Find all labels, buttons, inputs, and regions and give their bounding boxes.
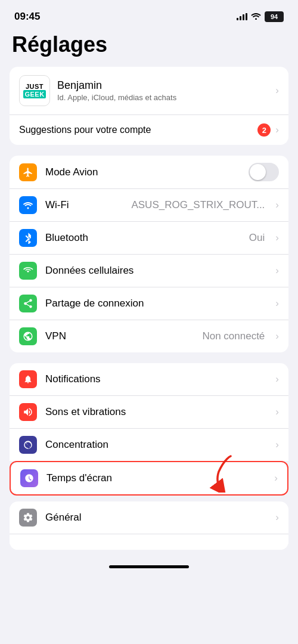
row-bluetooth[interactable]: Bluetooth Oui › [10,221,288,254]
avion-icon [19,163,37,181]
bluetooth-value: Oui [249,232,265,244]
partage-chevron-icon: › [275,298,279,309]
suggestion-badge: 2 [257,123,271,137]
avion-toggle[interactable] [249,163,279,181]
bluetooth-label: Bluetooth [45,232,241,244]
signal-bars-icon [237,13,247,20]
bluetooth-chevron-icon: › [275,232,279,244]
account-chevron-icon: › [275,85,279,97]
wifi-chevron-icon: › [275,199,279,211]
network-card: Mode Avion Wi-Fi ASUS_ROG_STRIX_ROUT... … [10,156,288,352]
account-name: Benjamin [57,79,268,92]
cellulaires-chevron-icon: › [275,265,279,277]
cellulaires-icon [19,262,37,280]
vpn-icon [19,327,37,345]
wifi-label: Wi-Fi [45,199,123,211]
general-partial-bottom [10,534,288,550]
vpn-value: Non connecté [202,330,265,342]
wifi-status-icon [251,12,261,21]
concentration-label: Concentration [45,439,267,451]
account-row[interactable]: JUST GEEK Benjamin Id. Apple, iCloud, mé… [10,67,288,114]
logo-geek: GEEK [23,90,45,98]
suggestion-row[interactable]: Suggestions pour votre compte 2 › [10,114,288,145]
red-arrow-icon [208,454,241,493]
avion-label: Mode Avion [45,166,240,178]
row-cellulaires[interactable]: Données cellulaires › [10,254,288,287]
status-bar: 09:45 94 [0,0,298,26]
row-concentration[interactable]: Concentration › [10,428,288,461]
account-card: JUST GEEK Benjamin Id. Apple, iCloud, mé… [10,67,288,145]
notif-chevron-icon: › [275,373,279,385]
general-label: Général [45,512,267,524]
row-avion[interactable]: Mode Avion [10,156,288,188]
partage-icon [19,295,37,312]
row-temps[interactable]: Temps d'écran › [11,462,287,494]
row-notif[interactable]: Notifications › [10,363,288,395]
row-sons[interactable]: Sons et vibrations › [10,395,288,428]
account-subtitle: Id. Apple, iCloud, médias et achats [57,93,268,102]
logo-just: JUST [26,83,44,90]
bluetooth-icon [19,229,37,247]
account-logo: JUST GEEK [19,75,50,106]
status-icons: 94 [237,11,284,22]
general-card: Général › [10,501,288,550]
notif-label: Notifications [45,373,267,385]
notif-card: Notifications › Sons et vibrations › Con… [10,363,288,461]
vpn-chevron-icon: › [275,330,279,342]
wifi-value: ASUS_ROG_STRIX_ROUT... [131,199,265,211]
avion-toggle-knob [250,164,266,180]
page-title: Réglages [0,26,298,67]
temps-icon [20,469,38,487]
row-general[interactable]: Général › [10,501,288,534]
home-indicator-area [0,556,298,575]
account-info: Benjamin Id. Apple, iCloud, médias et ac… [57,79,268,102]
battery-indicator: 94 [265,11,284,22]
cellulaires-label: Données cellulaires [45,265,267,277]
suggestion-text: Suggestions pour votre compte [19,125,257,135]
row-wifi[interactable]: Wi-Fi ASUS_ROG_STRIX_ROUT... › [10,188,288,221]
row-vpn[interactable]: VPN Non connecté › [10,320,288,352]
notif-section: Notifications › Sons et vibrations › Con… [0,363,298,496]
concentration-icon [19,436,37,454]
status-time: 09:45 [14,11,40,23]
general-icon [19,509,37,527]
vpn-label: VPN [45,330,194,342]
temps-ecran-highlighted[interactable]: Temps d'écran › [10,461,288,496]
home-indicator [109,565,189,568]
temps-chevron-icon: › [274,472,278,484]
notif-icon [19,370,37,388]
sons-icon [19,403,37,421]
sons-label: Sons et vibrations [45,406,267,418]
concentration-chevron-icon: › [275,439,279,451]
partage-label: Partage de connexion [45,298,267,309]
general-chevron-icon: › [275,512,279,524]
suggestion-chevron-icon: › [275,124,279,136]
wifi-icon [19,196,37,214]
row-partage[interactable]: Partage de connexion › [10,287,288,320]
sons-chevron-icon: › [275,406,279,418]
